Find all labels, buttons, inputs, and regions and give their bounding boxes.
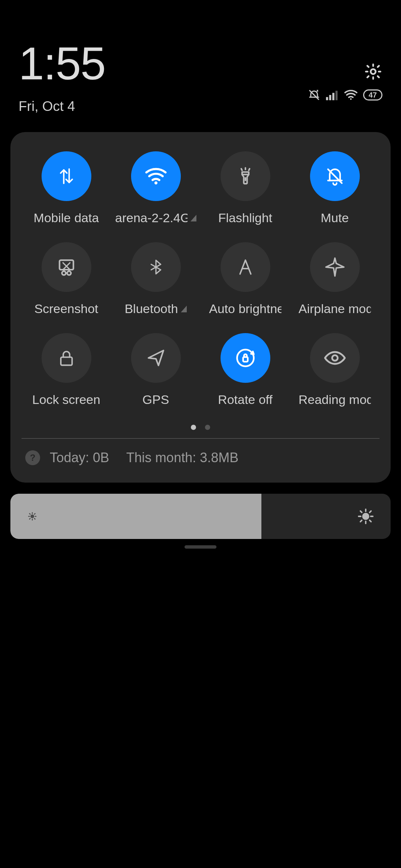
bluetooth-icon — [148, 256, 164, 278]
status-mute-icon — [307, 88, 321, 102]
tile-label: arena-2-2.4GH — [115, 211, 188, 225]
tile-wifi[interactable]: arena-2-2.4GH — [111, 151, 200, 225]
data-arrows-icon — [56, 165, 77, 187]
data-usage-row[interactable]: ? Today: 0B This month: 3.8MB — [22, 438, 379, 477]
signal-triangle-icon — [181, 306, 187, 312]
rotate-lock-icon — [234, 347, 257, 369]
tile-mute-toggle[interactable] — [310, 151, 360, 201]
tile-mobile-data-toggle[interactable] — [42, 151, 91, 201]
tile-airplane-mode-toggle[interactable] — [310, 242, 360, 292]
tile-auto-brightness-toggle[interactable] — [221, 242, 270, 292]
quick-settings-panel: Mobile dataarena-2-2.4GHFlashlightMuteSc… — [10, 132, 391, 483]
tile-mobile-data[interactable]: Mobile data — [22, 151, 111, 225]
tile-rotate-off[interactable]: Rotate off — [200, 333, 290, 407]
svg-point-15 — [363, 513, 368, 519]
bell-mute-icon — [325, 166, 345, 187]
tile-label: Flashlight — [218, 211, 273, 225]
svg-point-5 — [350, 98, 352, 100]
letter-a-icon — [236, 257, 255, 277]
svg-point-14 — [31, 515, 34, 518]
tile-gps-label-row: GPS — [143, 392, 169, 407]
tile-rotate-off-toggle[interactable] — [221, 333, 270, 383]
tile-bluetooth-toggle[interactable] — [131, 242, 181, 292]
tile-lock-screen-label-row: Lock screen — [32, 392, 100, 407]
settings-button[interactable] — [364, 62, 382, 81]
tile-flashlight-label-row: Flashlight — [218, 211, 273, 225]
page-dot-2[interactable] — [205, 425, 210, 430]
clock-time: 1:55 — [19, 37, 379, 90]
tile-auto-brightness-label-row: Auto brightness — [209, 302, 281, 316]
tile-flashlight-toggle[interactable] — [221, 151, 270, 201]
nav-arrow-icon — [146, 348, 166, 368]
svg-rect-2 — [329, 95, 331, 100]
tile-label: GPS — [143, 392, 169, 407]
svg-point-0 — [371, 69, 375, 74]
tile-airplane-mode-label-row: Airplane mode — [299, 302, 371, 316]
brightness-max-icon — [357, 508, 374, 525]
page-indicator[interactable] — [22, 425, 379, 430]
svg-point-13 — [332, 355, 338, 361]
svg-rect-3 — [332, 93, 335, 100]
tile-rotate-off-label-row: Rotate off — [218, 392, 273, 407]
status-cell-signal-icon — [326, 89, 339, 101]
airplane-icon — [324, 256, 346, 278]
battery-percent: 47 — [369, 91, 377, 99]
brightness-fill — [10, 494, 261, 539]
data-usage-month: This month: 3.8MB — [126, 450, 238, 466]
tile-gps[interactable]: GPS — [111, 333, 200, 407]
tile-label: Airplane mode — [299, 302, 371, 316]
tile-gps-toggle[interactable] — [131, 333, 181, 383]
page-dot-1[interactable] — [191, 425, 196, 430]
tile-label: Mobile data — [34, 211, 99, 225]
question-icon: ? — [25, 450, 40, 465]
tile-reading-mode-toggle[interactable] — [310, 333, 360, 383]
tile-reading-mode-label-row: Reading mode — [299, 392, 371, 407]
tile-bluetooth-label-row: Bluetooth — [125, 302, 187, 316]
status-wifi-icon — [344, 89, 358, 101]
signal-triangle-icon — [190, 215, 196, 221]
brightness-slider[interactable] — [10, 494, 391, 539]
tile-auto-brightness[interactable]: Auto brightness — [200, 242, 290, 316]
status-bar: 47 — [307, 88, 382, 102]
tile-flashlight[interactable]: Flashlight — [200, 151, 290, 225]
tile-mute[interactable]: Mute — [290, 151, 379, 225]
tile-lock-screen-toggle[interactable] — [42, 333, 91, 383]
svg-rect-1 — [326, 97, 328, 101]
tile-screenshot-toggle[interactable] — [42, 242, 91, 292]
svg-point-6 — [154, 181, 157, 184]
header: 1:55 Fri, Oct 4 — [0, 0, 401, 125]
tile-airplane-mode[interactable]: Airplane mode — [290, 242, 379, 316]
panel-handle[interactable] — [185, 545, 216, 549]
tile-screenshot[interactable]: Screenshot — [22, 242, 111, 316]
lock-icon — [57, 348, 76, 368]
data-usage-today: Today: 0B — [50, 450, 109, 466]
tiles-grid: Mobile dataarena-2-2.4GHFlashlightMuteSc… — [22, 151, 379, 407]
svg-point-11 — [237, 350, 254, 366]
tile-label: Lock screen — [32, 392, 100, 407]
brightness-min-icon — [27, 511, 38, 522]
tile-reading-mode[interactable]: Reading mode — [290, 333, 379, 407]
flashlight-icon — [235, 165, 255, 187]
tile-label: Reading mode — [299, 392, 371, 407]
tile-label: Screenshot — [35, 302, 98, 316]
eye-icon — [323, 350, 347, 366]
tile-bluetooth[interactable]: Bluetooth — [111, 242, 200, 316]
tile-label: Auto brightness — [209, 302, 281, 316]
status-battery: 47 — [363, 89, 382, 101]
screenshot-icon — [56, 257, 77, 277]
tile-lock-screen[interactable]: Lock screen — [22, 333, 111, 407]
tile-label: Rotate off — [218, 392, 273, 407]
tile-wifi-toggle[interactable] — [131, 151, 181, 201]
tile-screenshot-label-row: Screenshot — [35, 302, 98, 316]
gear-icon — [364, 62, 382, 81]
tile-label: Bluetooth — [125, 302, 178, 316]
tile-mute-label-row: Mute — [321, 211, 349, 225]
tile-wifi-label-row: arena-2-2.4GH — [115, 211, 196, 225]
wifi-icon — [144, 167, 167, 185]
tile-label: Mute — [321, 211, 349, 225]
svg-rect-7 — [59, 260, 73, 270]
svg-rect-4 — [335, 91, 338, 100]
tile-mobile-data-label-row: Mobile data — [34, 211, 99, 225]
svg-rect-10 — [61, 357, 72, 365]
